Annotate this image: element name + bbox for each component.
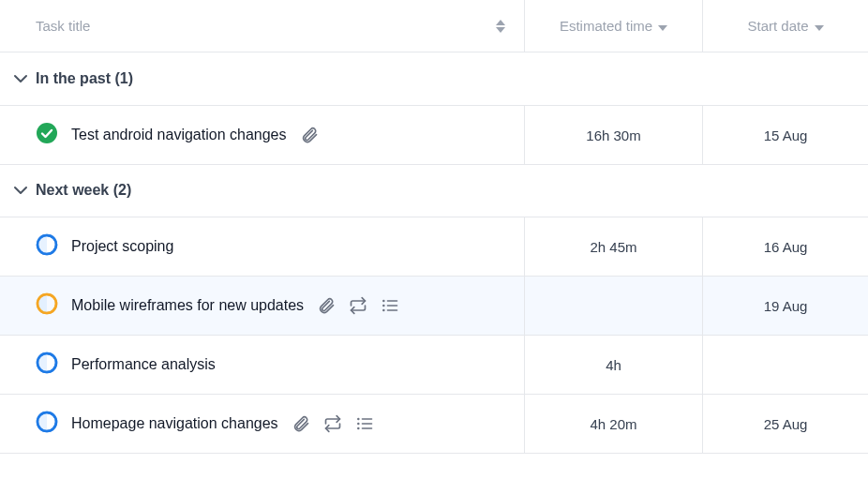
- task-estimated: 2h 45m: [590, 239, 636, 255]
- task-status-icon[interactable]: [36, 292, 58, 319]
- list-icon: [381, 296, 399, 315]
- task-start-date-cell[interactable]: 16 Aug: [703, 217, 868, 276]
- task-status-icon[interactable]: [36, 352, 58, 378]
- task-status-icon[interactable]: [36, 411, 58, 437]
- task-estimated-cell[interactable]: [525, 277, 703, 335]
- repeat-icon: [323, 414, 342, 433]
- task-start-date-cell[interactable]: 15 Aug: [703, 106, 868, 164]
- task-indicator-icons: [317, 296, 399, 315]
- task-title-cell: Performance analysis: [0, 336, 525, 394]
- sort-icon[interactable]: [496, 20, 505, 33]
- task-start-date-cell[interactable]: [703, 336, 868, 394]
- task-start-date: 25 Aug: [764, 416, 808, 432]
- task-indicator-icons: [300, 126, 319, 144]
- svg-point-8: [382, 300, 385, 303]
- task-row[interactable]: Mobile wireframes for new updates19 Aug: [0, 276, 868, 336]
- column-header-start-date[interactable]: Start date: [703, 0, 868, 52]
- task-title-cell: Homepage navigation changes: [0, 395, 525, 453]
- chevron-down-icon: [815, 18, 824, 35]
- task-row[interactable]: Homepage navigation changes4h 20m25 Aug: [0, 394, 868, 454]
- task-title: Mobile wireframes for new updates: [71, 297, 304, 314]
- group-header[interactable]: Next week (2): [0, 164, 868, 217]
- task-start-date: 16 Aug: [764, 239, 808, 255]
- task-status-icon[interactable]: [36, 233, 58, 260]
- column-header-title-label: Task title: [36, 18, 90, 34]
- column-header-estimated-label: Estimated time: [560, 18, 652, 34]
- task-start-date: 15 Aug: [764, 127, 808, 143]
- task-estimated-cell[interactable]: 4h 20m: [525, 395, 703, 453]
- task-estimated: 4h 20m: [590, 416, 636, 432]
- task-estimated-cell[interactable]: 16h 30m: [525, 106, 703, 164]
- chevron-down-icon: [658, 18, 667, 35]
- task-estimated: 16h 30m: [586, 127, 640, 143]
- task-start-date-cell[interactable]: 19 Aug: [703, 277, 868, 335]
- svg-point-18: [357, 418, 360, 421]
- task-title: Project scoping: [71, 238, 173, 255]
- group-header[interactable]: In the past (1): [0, 52, 868, 105]
- attachment-icon: [292, 414, 310, 433]
- task-estimated: 4h: [606, 357, 621, 373]
- svg-point-20: [357, 427, 360, 430]
- task-estimated-cell[interactable]: 4h: [525, 336, 703, 394]
- task-title: Homepage navigation changes: [71, 415, 278, 432]
- task-row[interactable]: Test android navigation changes16h 30m15…: [0, 105, 868, 165]
- table-header-row: Task title Estimated time Start date: [0, 0, 868, 52]
- task-status-icon[interactable]: [36, 122, 58, 148]
- task-row[interactable]: Performance analysis4h: [0, 335, 868, 395]
- group-label: In the past (1): [36, 70, 133, 87]
- task-title: Performance analysis: [71, 356, 216, 373]
- svg-point-10: [382, 309, 385, 312]
- task-estimated-cell[interactable]: 2h 45m: [525, 217, 703, 276]
- task-title-cell: Test android navigation changes: [0, 106, 525, 164]
- task-title-cell: Project scoping: [0, 217, 525, 276]
- column-header-estimated[interactable]: Estimated time: [525, 0, 703, 52]
- task-table: Task title Estimated time Start date In …: [0, 0, 868, 454]
- repeat-icon: [349, 296, 367, 315]
- group-label: Next week (2): [36, 182, 131, 199]
- chevron-down-icon: [13, 71, 28, 86]
- task-title: Test android navigation changes: [71, 127, 287, 143]
- svg-point-19: [357, 423, 360, 426]
- chevron-down-icon: [13, 183, 28, 198]
- column-header-start-date-label: Start date: [747, 18, 808, 34]
- task-row[interactable]: Project scoping2h 45m16 Aug: [0, 217, 868, 277]
- task-start-date-cell[interactable]: 25 Aug: [703, 395, 868, 453]
- task-start-date: 19 Aug: [764, 298, 808, 314]
- attachment-icon: [317, 296, 336, 315]
- task-title-cell: Mobile wireframes for new updates: [0, 277, 525, 335]
- attachment-icon: [300, 126, 319, 144]
- task-indicator-icons: [292, 414, 374, 433]
- list-icon: [355, 414, 374, 433]
- svg-point-0: [37, 123, 57, 143]
- svg-point-9: [382, 305, 385, 307]
- column-header-title[interactable]: Task title: [0, 0, 525, 52]
